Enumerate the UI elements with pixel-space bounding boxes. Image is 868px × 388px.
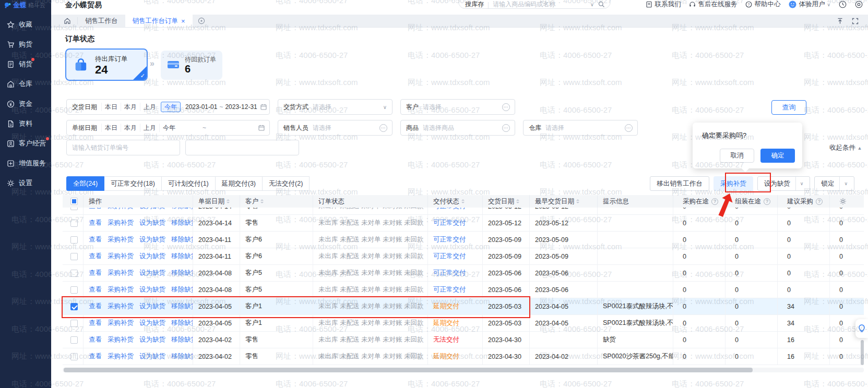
row-action-view[interactable]: 查看 (89, 285, 102, 294)
row-action-remove-shortage[interactable]: 移除缺货 (171, 235, 193, 244)
purchase-replenish-button[interactable]: 采购补货 (714, 176, 753, 191)
sidebar-item-sales[interactable]: 销货 (0, 54, 51, 74)
row-checkbox[interactable] (70, 270, 78, 277)
delivery-tab[interactable]: 可正常交付(18) (104, 176, 162, 191)
info-icon[interactable]: ? (816, 198, 823, 205)
sidebar-item-settings[interactable]: 设置 (0, 173, 51, 193)
delivery-tab[interactable]: 全部(24) (66, 176, 104, 191)
row-checkbox[interactable] (70, 220, 78, 227)
row-action-remove-shortage[interactable]: 移除缺货 (171, 285, 193, 294)
row-action-purchase[interactable]: 采购补货 (108, 285, 134, 294)
ellipsis-circle-icon[interactable]: ⋯ (502, 103, 510, 111)
horizontal-scrollbar-thumb[interactable] (64, 368, 753, 372)
table-row[interactable]: 查看 采购补货 设为缺货 移除缺货 2023-04-08 客户5 未出库 未配送… (63, 265, 864, 282)
col-doc-date[interactable]: 单据日期 (193, 195, 240, 208)
date-range-empty[interactable]: ~ (199, 124, 209, 131)
row-action-remove-shortage[interactable]: 移除缺货 (171, 319, 193, 328)
row-action-remove-shortage[interactable]: 移除缺货 (171, 208, 193, 211)
row-action-view[interactable]: 查看 (89, 219, 102, 227)
query-button[interactable]: 查询 (771, 100, 806, 115)
row-action-set-shortage[interactable]: 设为缺货 (139, 208, 165, 211)
sidebar-item-warehouse[interactable]: 仓库 (0, 74, 51, 94)
info-icon[interactable]: ? (711, 198, 718, 205)
info-icon[interactable]: ? (764, 198, 770, 205)
ellipsis-circle-icon[interactable]: ⋯ (625, 124, 633, 132)
row-action-view[interactable]: 查看 (89, 208, 102, 211)
inventory-search-box[interactable]: 搜库存 | 请输入商品编码或名称 ∨ (458, 0, 611, 9)
fullscreen-icon[interactable] (852, 18, 859, 25)
delivery-method-filter[interactable]: 交货方式 请选择 ∨ (278, 99, 393, 115)
quick-date-option[interactable]: 本月 (121, 103, 140, 111)
row-action-set-shortage[interactable]: 设为缺货 (139, 269, 165, 277)
row-checkbox[interactable] (70, 253, 78, 260)
customer-filter[interactable]: 客户 请选择 ⋯ (400, 99, 515, 115)
quick-date-option[interactable]: 本日 (101, 124, 121, 132)
search-input[interactable]: 请输入商品编码或名称 (493, 0, 590, 9)
sidebar-item-funds[interactable]: 资金 (0, 94, 51, 114)
chevron-down-icon[interactable]: ∨ (840, 181, 848, 186)
quick-date-option[interactable]: 上月 (140, 124, 159, 132)
date-range-value[interactable]: 2023-01-01~2023-12-31 (182, 103, 260, 111)
table-row[interactable]: 查看 采购补货 设为缺货 移除缺货 2023-04-02 零售 未出库 未配送 … (63, 348, 864, 365)
row-action-purchase[interactable]: 采购补货 (108, 219, 134, 227)
ellipsis-circle-icon[interactable]: ⋯ (502, 124, 510, 132)
quick-date-option[interactable]: 今年 (161, 102, 181, 112)
col-delivery-status[interactable]: 交付状态 (428, 195, 483, 208)
row-action-view[interactable]: 查看 (89, 352, 102, 361)
service-circle-icon[interactable] (855, 1, 863, 8)
row-action-remove-shortage[interactable]: 移除缺货 (171, 352, 193, 361)
user-menu[interactable]: 体验用户 ∨ (789, 0, 830, 9)
table-row[interactable]: 查看 采购补货 设为缺货 移除缺货 2023-04-14 零售 未出库 未配送 … (63, 208, 864, 215)
row-action-purchase[interactable]: 采购补货 (108, 335, 134, 344)
quick-date-option[interactable]: 上月 (140, 103, 159, 111)
row-action-purchase[interactable]: 采购补货 (108, 269, 134, 277)
cancel-button[interactable]: 取消 (720, 149, 754, 163)
tab-options-icon[interactable] (198, 15, 205, 27)
chevron-down-icon[interactable]: ∨ (590, 2, 594, 7)
after-sales-service-menu[interactable]: 售后在线服务 (689, 0, 737, 9)
vertical-scrollbar-thumb[interactable] (861, 340, 864, 365)
delivery-tab[interactable]: 可计划交付(1) (162, 176, 216, 191)
product-filter[interactable]: 商品 请选择商品 ⋯ (400, 120, 515, 136)
table-row[interactable]: 查看 采购补货 设为缺货 移除缺货 2023-04-08 客户5 未出库 未配送… (63, 282, 864, 298)
row-action-remove-shortage[interactable]: 移除缺货 (171, 219, 193, 227)
history-icon[interactable] (839, 1, 847, 8)
sales-doc-no-input[interactable] (185, 140, 299, 155)
row-action-purchase[interactable]: 采购补货 (108, 208, 134, 211)
row-action-set-shortage[interactable]: 设为缺货 (139, 335, 165, 344)
search-icon[interactable] (598, 1, 605, 8)
row-action-view[interactable]: 查看 (89, 302, 102, 311)
table-row[interactable]: 查看 采购补货 设为缺货 移除缺货 2023-04-02 零售 未出库 未配送 … (63, 332, 864, 348)
sidebar-item-customer-ops[interactable]: 客户经营 (0, 134, 51, 153)
row-action-set-shortage[interactable]: 设为缺货 (139, 352, 165, 361)
row-action-remove-shortage[interactable]: 移除缺货 (171, 302, 193, 311)
salesperson-filter[interactable]: 销售人员 请选择 ⋯ (278, 120, 393, 136)
row-action-remove-shortage[interactable]: 移除缺货 (171, 269, 193, 277)
delivery-tab[interactable]: 无法交付(2) (263, 176, 310, 191)
lock-button[interactable]: 锁定 ∨ (814, 176, 854, 191)
sidebar-item-favorites[interactable]: 收藏 (0, 15, 51, 34)
collapse-conditions-link[interactable]: 收起条件 ▲ (829, 143, 862, 152)
row-action-view[interactable]: 查看 (89, 269, 102, 277)
sidebar-item-purchase[interactable]: 购货 (0, 34, 51, 54)
row-checkbox[interactable] (70, 236, 78, 244)
sales-order-no-input[interactable] (66, 140, 180, 155)
pending-outbound-orders-card[interactable]: 待出库订单 24 ✓ (65, 48, 148, 81)
search-category[interactable]: 搜库存 (465, 0, 484, 9)
ellipsis-circle-icon[interactable]: ⋯ (379, 124, 387, 132)
row-action-remove-shortage[interactable]: 移除缺货 (171, 252, 193, 261)
quick-date-option[interactable]: 今年 (159, 124, 179, 132)
confirm-button[interactable]: 确定 (760, 149, 795, 163)
table-row[interactable]: 查看 采购补货 设为缺货 移除缺货 2023-04-14 零售 未出库 未配送 … (63, 215, 864, 232)
col-earliest-date[interactable]: 最早交货日期 (530, 195, 598, 208)
row-action-set-shortage[interactable]: 设为缺货 (139, 219, 165, 227)
row-action-purchase[interactable]: 采购补货 (108, 319, 134, 328)
sidebar-item-data[interactable]: 资料 (0, 114, 51, 134)
column-settings-gear-icon[interactable] (839, 198, 847, 205)
row-action-purchase[interactable]: 采购补货 (108, 252, 134, 261)
row-action-remove-shortage[interactable]: 移除缺货 (171, 335, 193, 344)
row-checkbox[interactable] (70, 286, 78, 294)
tab-sales-workbench-orders[interactable]: 销售工作台订单 × (125, 15, 193, 27)
help-center-menu[interactable]: ? 帮助中心 (745, 0, 780, 9)
calendar-icon[interactable] (260, 104, 267, 110)
